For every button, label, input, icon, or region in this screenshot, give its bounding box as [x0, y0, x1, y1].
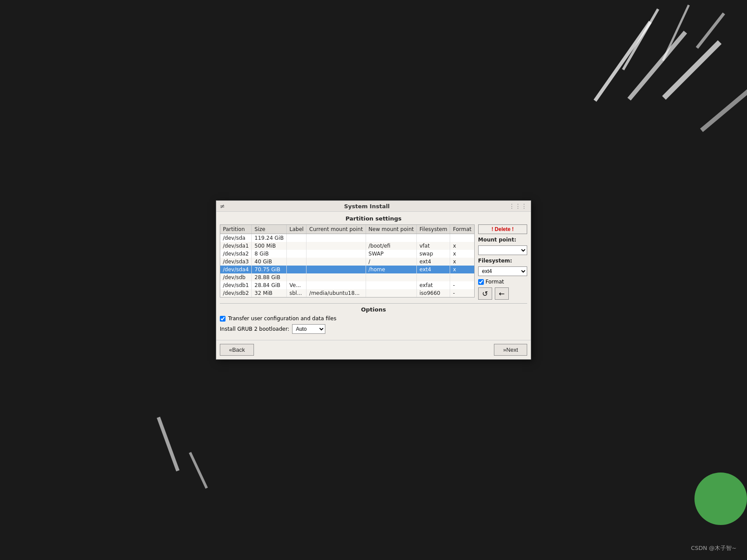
- grub-option-row: Install GRUB 2 bootloader: Auto None /de…: [220, 324, 527, 334]
- col-filesystem: Filesystem: [416, 225, 450, 234]
- table-row[interactable]: /dev/sda1500 MiB/boot/efivfatx: [220, 242, 474, 250]
- table-row[interactable]: /dev/sdb232 MiBsbl.../media/ubuntu18...i…: [220, 289, 474, 297]
- col-current-mount: Current mount point: [307, 225, 366, 234]
- format-checkbox[interactable]: [478, 279, 484, 285]
- refresh-button[interactable]: ↺: [478, 287, 492, 300]
- watermark: CSDN @木子智~: [691, 544, 736, 552]
- table-row[interactable]: /dev/sda470.75 GiB/homeext4x: [220, 266, 474, 273]
- title-bar-title: System Install: [225, 203, 509, 210]
- next-button[interactable]: »Next: [494, 344, 527, 356]
- col-format: Format: [450, 225, 474, 234]
- grub-select[interactable]: Auto None /dev/sda /dev/sdb: [292, 324, 325, 334]
- filesystem-select[interactable]: ext4 ext3 ext2 fat32 ntfs swap: [478, 266, 527, 276]
- partition-table-wrapper: Partition Size Label Current mount point…: [220, 224, 475, 298]
- table-row[interactable]: /dev/sdb128.84 GiBVe...exfat-: [220, 281, 474, 289]
- table-header-row: Partition Size Label Current mount point…: [220, 225, 474, 234]
- bottom-buttons: «Back »Next: [216, 340, 531, 359]
- options-section: Options Transfer user configuration and …: [220, 303, 527, 334]
- mount-point-label: Mount point:: [478, 237, 527, 243]
- mount-point-select[interactable]: /home / /boot/efi SWAP: [478, 245, 527, 255]
- col-partition: Partition: [220, 225, 252, 234]
- transfer-option-row: Transfer user configuration and data fil…: [220, 315, 527, 322]
- table-row[interactable]: /dev/sdb28.88 GiB: [220, 273, 474, 281]
- transfer-label[interactable]: Transfer user configuration and data fil…: [228, 315, 336, 322]
- table-row[interactable]: /dev/sda340 GiB/ext4x: [220, 258, 474, 266]
- title-bar-dots: ⋮⋮⋮: [509, 203, 527, 210]
- action-buttons: ↺ ←: [478, 287, 527, 300]
- options-title: Options: [220, 306, 527, 313]
- dialog-content: Partition settings Partition Size Label …: [216, 212, 531, 340]
- col-new-mount: New mount point: [366, 225, 416, 234]
- table-row[interactable]: /dev/sda119.24 GiB: [220, 234, 474, 242]
- partition-section: Partition Size Label Current mount point…: [220, 224, 475, 300]
- partition-settings-title: Partition settings: [220, 215, 527, 222]
- title-bar: ≠ System Install ⋮⋮⋮: [216, 201, 531, 212]
- col-size: Size: [252, 225, 287, 234]
- format-label[interactable]: Format: [486, 279, 504, 285]
- transfer-checkbox[interactable]: [220, 316, 226, 322]
- back-arrow-button[interactable]: ←: [495, 287, 509, 300]
- main-area: Partition Size Label Current mount point…: [220, 224, 527, 300]
- green-circle-decoration: [694, 472, 747, 525]
- system-install-dialog: ≠ System Install ⋮⋮⋮ Partition settings …: [216, 200, 531, 360]
- back-button[interactable]: «Back: [220, 344, 254, 356]
- format-checkbox-row: Format: [478, 279, 527, 285]
- table-row[interactable]: /dev/sda28 GiBSWAPswapx: [220, 250, 474, 258]
- delete-button[interactable]: ! Delete !: [478, 224, 527, 234]
- partition-table: Partition Size Label Current mount point…: [220, 225, 474, 297]
- right-panel: ! Delete ! Mount point: /home / /boot/ef…: [478, 224, 527, 300]
- title-bar-icon: ≠: [220, 203, 225, 210]
- col-label: Label: [286, 225, 306, 234]
- grub-label: Install GRUB 2 bootloader:: [220, 326, 289, 332]
- filesystem-label: Filesystem:: [478, 258, 527, 264]
